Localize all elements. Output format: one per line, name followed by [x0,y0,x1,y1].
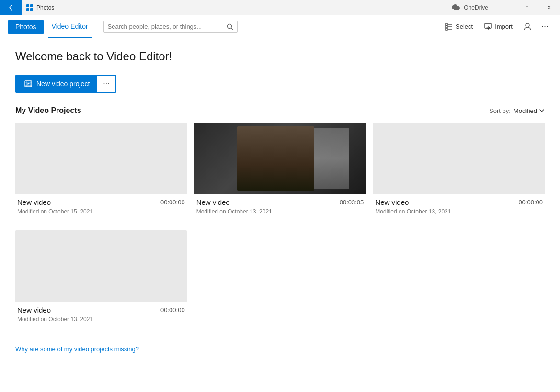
video-grid-row1: New video 00:00:00 Modified on October 1… [15,123,545,219]
content-area: Welcome back to Video Editor! New video … [0,38,560,392]
new-project-more-button[interactable]: ··· [97,76,115,92]
video-editor-tab[interactable]: Video Editor [48,15,92,38]
thumbnail-image [194,123,366,194]
back-button[interactable] [0,0,22,15]
video-thumbnail [15,230,187,302]
video-duration: 00:00:00 [518,199,543,206]
maximize-button[interactable]: □ [516,0,538,15]
video-duration: 00:00:00 [160,306,185,314]
video-title: New video [196,198,230,206]
video-card[interactable]: New video 00:00:00 Modified on October 1… [15,123,187,219]
chevron-down-icon [539,108,545,113]
video-date: Modified on October 13, 2021 [375,208,543,215]
video-duration: 00:03:05 [340,199,364,206]
svg-rect-0 [26,4,29,7]
svg-rect-16 [25,82,32,83]
app-icon [26,4,34,11]
onedrive-label: OneDrive [464,4,488,11]
new-video-project-button[interactable]: New video project [16,76,97,92]
select-label: Select [456,23,473,30]
title-bar: Photos OneDrive – □ ✕ [0,0,560,15]
video-card[interactable]: New video 00:00:00 Modified on October 1… [15,230,187,326]
video-title: New video [17,198,51,206]
new-project-label: New video project [36,80,90,88]
video-thumbnail [15,123,187,194]
svg-rect-8 [446,28,447,30]
video-date: Modified on October 15, 2021 [17,208,185,215]
import-button[interactable]: Import [480,20,517,34]
video-info: New video 00:00:00 Modified on October 1… [373,194,545,219]
video-card[interactable]: New video 00:03:05 Modified on October 1… [194,123,366,219]
svg-rect-3 [30,8,33,11]
video-info: New video 00:00:00 Modified on October 1… [15,194,187,219]
nav-bar: Photos Video Editor Select [0,15,560,38]
svg-rect-2 [26,8,29,11]
svg-line-5 [231,28,233,30]
video-grid-row2: New video 00:00:00 Modified on October 1… [15,230,545,326]
svg-marker-22 [28,83,30,85]
person-icon [523,22,532,31]
import-label: Import [495,23,513,30]
video-thumbnail [194,123,366,194]
video-duration: 00:00:00 [160,199,185,206]
svg-point-14 [526,23,529,27]
film-icon [24,79,33,88]
photos-tab-button[interactable]: Photos [8,20,44,34]
import-icon [484,23,492,31]
window-controls: OneDrive – □ ✕ [446,0,560,15]
missing-projects-link[interactable]: Why are some of my video projects missin… [15,346,139,353]
minimize-button[interactable]: – [494,0,516,15]
video-thumbnail [373,123,545,194]
onedrive-indicator: OneDrive [446,4,494,11]
video-info: New video 00:00:00 Modified on October 1… [15,302,187,326]
more-options-button[interactable]: ··· [537,19,552,34]
section-title: My Video Projects [15,106,489,115]
person-element [237,126,314,191]
close-button[interactable]: ✕ [538,0,560,15]
svg-rect-6 [446,23,447,25]
welcome-title: Welcome back to Video Editor! [15,50,545,63]
svg-rect-7 [446,26,447,28]
video-date: Modified on October 13, 2021 [196,208,364,215]
video-title: New video [17,306,51,314]
section-header: My Video Projects Sort by: Modified [15,106,545,115]
nav-right-actions: Select Import ··· [440,19,552,34]
video-date: Modified on October 13, 2021 [17,316,185,323]
video-info: New video 00:03:05 Modified on October 1… [194,194,366,219]
video-title: New video [375,198,409,206]
new-project-area: New video project ··· [15,75,116,93]
sort-by-value[interactable]: Modified [514,107,545,114]
video-card[interactable]: New video 00:00:00 Modified on October 1… [373,123,545,219]
select-icon [445,23,453,31]
search-input[interactable] [108,23,227,30]
account-button[interactable] [519,20,536,34]
sort-by-label: Sort by: [489,107,511,114]
svg-rect-1 [30,4,33,7]
search-box[interactable] [103,21,238,33]
app-name: Photos [36,4,446,11]
select-button[interactable]: Select [440,20,478,34]
